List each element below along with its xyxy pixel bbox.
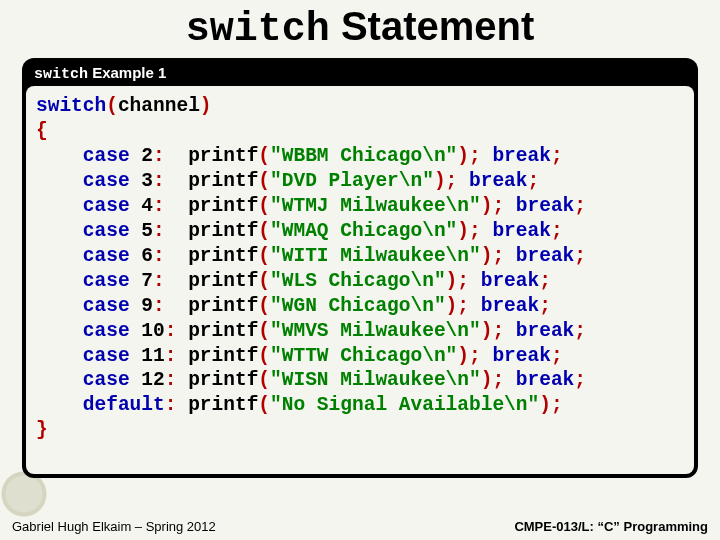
- panel-title: switch Example 1: [26, 62, 694, 86]
- title-code: switch: [186, 7, 330, 52]
- panel-title-rest: Example 1: [88, 64, 166, 81]
- panel-body: switch(channel) { case 2: printf("WBBM C…: [26, 86, 694, 474]
- title-rest: Statement: [330, 4, 535, 48]
- footer: Gabriel Hugh Elkaim – Spring 2012 CMPE-0…: [12, 519, 708, 534]
- page-title: switch Statement: [0, 4, 720, 52]
- footer-left: Gabriel Hugh Elkaim – Spring 2012: [12, 519, 216, 534]
- code-block: switch(channel) { case 2: printf("WBBM C…: [36, 94, 684, 443]
- footer-right: CMPE-013/L: “C” Programming: [514, 519, 708, 534]
- panel-title-code: switch: [34, 66, 88, 83]
- code-panel: switch Example 1 switch(channel) { case …: [22, 58, 698, 478]
